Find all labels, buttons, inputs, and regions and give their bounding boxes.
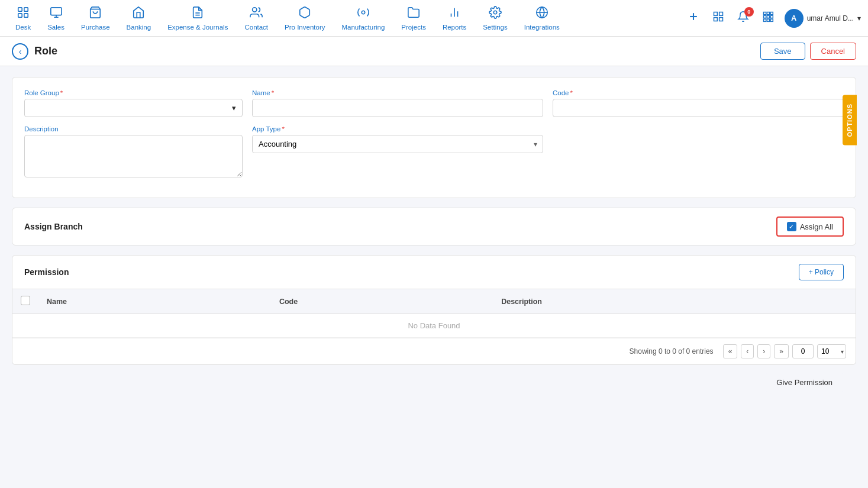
nav-integrations[interactable]: Integrations (516, 0, 568, 37)
sales-icon (50, 6, 63, 21)
assign-all-checkbox: ✓ (787, 222, 796, 231)
manufacturing-icon (357, 6, 370, 21)
policy-button[interactable]: + Policy (799, 264, 844, 280)
assign-all-label: Assign All (800, 222, 833, 231)
nav-settings[interactable]: Settings (475, 0, 516, 37)
per-page-select[interactable]: 10 25 50 100 (817, 344, 846, 358)
pagination-row: Showing 0 to 0 of 0 entries « ‹ › » 0 10… (12, 338, 856, 364)
select-all-checkbox[interactable] (21, 296, 30, 305)
nav-settings-label: Settings (483, 24, 508, 31)
table-header-row: Name Code Description (12, 289, 856, 314)
table-header-description: Description (493, 289, 856, 314)
svg-rect-30 (770, 19, 773, 21)
nav-purchase-label: Purchase (81, 24, 110, 31)
notification-button[interactable]: 0 (735, 8, 751, 28)
table-no-data-row: No Data Found (12, 314, 856, 338)
nav-projects[interactable]: Projects (393, 0, 434, 37)
expense-icon (191, 6, 204, 21)
svg-point-8 (253, 7, 257, 11)
nav-projects-label: Projects (401, 24, 426, 31)
permission-header: Permission + Policy (12, 256, 856, 289)
options-tab[interactable]: OPTIONS (843, 95, 857, 146)
prev-page-button[interactable]: ‹ (741, 344, 754, 358)
back-button[interactable]: ‹ (12, 43, 28, 60)
table-header-code: Code (271, 289, 493, 314)
nav-reports[interactable]: Reports (434, 0, 475, 37)
svg-rect-1 (24, 7, 28, 11)
inventory-icon (298, 6, 311, 21)
nav-manufacturing-label: Manufacturing (341, 24, 385, 31)
last-page-button[interactable]: » (774, 344, 789, 358)
app-type-label: App Type (252, 125, 543, 132)
nav-banking[interactable]: Banking (118, 0, 160, 37)
app-type-select-wrapper: Accounting Sales Purchase ▾ (252, 135, 543, 153)
next-page-button[interactable]: › (757, 344, 770, 358)
name-input[interactable] (252, 99, 543, 117)
nav-pro-inventory-label: Pro Inventory (285, 24, 325, 31)
svg-point-9 (362, 11, 365, 14)
svg-rect-25 (763, 15, 766, 18)
avatar: A (785, 9, 804, 28)
page-header: ‹ Role Save Cancel (0, 37, 868, 66)
nav-contact-label: Contact (244, 24, 268, 31)
nav-sales[interactable]: Sales (39, 0, 73, 37)
permission-section: Permission + Policy Name Code Descriptio… (12, 255, 856, 365)
svg-rect-2 (18, 13, 22, 17)
nav-integrations-label: Integrations (524, 24, 560, 31)
code-input[interactable] (553, 99, 844, 117)
user-name: umar Amul D... (807, 14, 854, 22)
give-permission-button[interactable]: Give Permission (764, 373, 844, 392)
nav-purchase[interactable]: Purchase (73, 0, 118, 37)
top-navigation: Desk Sales Purchase Banking Expense & Jo… (0, 0, 868, 37)
table-header-name: Name (38, 289, 271, 314)
banking-icon (132, 6, 145, 21)
nav-desk[interactable]: Desk (7, 0, 39, 37)
add-button[interactable] (685, 8, 702, 28)
contact-icon (250, 6, 263, 21)
svg-point-13 (493, 11, 497, 14)
nav-pro-inventory[interactable]: Pro Inventory (276, 0, 333, 37)
settings-icon (489, 6, 502, 21)
code-label: Code (553, 89, 844, 96)
role-form-card: OPTIONS Role Group ▾ Name Code Desc (12, 77, 856, 198)
role-group-dropdown[interactable]: ▾ (24, 99, 243, 117)
svg-rect-20 (719, 18, 722, 21)
description-input[interactable] (24, 135, 243, 177)
cancel-button[interactable]: Cancel (810, 43, 856, 60)
svg-rect-0 (18, 7, 22, 11)
purchase-icon (89, 6, 102, 21)
svg-rect-4 (50, 7, 61, 15)
save-button[interactable]: Save (760, 43, 805, 60)
nav-banking-label: Banking (127, 24, 151, 31)
page-number-input[interactable]: 0 (792, 344, 814, 358)
svg-rect-27 (770, 15, 773, 18)
svg-rect-28 (763, 19, 766, 21)
apps-button[interactable] (760, 8, 776, 28)
user-dropdown-icon: ▾ (857, 14, 861, 22)
assign-all-button[interactable]: ✓ Assign All (776, 216, 844, 237)
nav-expense[interactable]: Expense & Journals (159, 0, 236, 37)
page-title: Role (34, 45, 57, 57)
svg-rect-24 (770, 12, 773, 15)
svg-rect-3 (24, 13, 28, 17)
no-data-cell: No Data Found (12, 314, 856, 338)
integrations-icon (535, 6, 548, 21)
nav-expense-label: Expense & Journals (167, 24, 228, 31)
svg-rect-29 (767, 19, 769, 21)
svg-rect-23 (767, 12, 769, 15)
pagination-info: Showing 0 to 0 of 0 entries (630, 347, 714, 356)
give-permission-row: Give Permission (12, 365, 856, 400)
projects-icon (407, 6, 420, 21)
role-group-chevron-icon: ▾ (232, 104, 236, 112)
nav-contact[interactable]: Contact (236, 0, 276, 37)
svg-rect-21 (714, 18, 717, 21)
app-type-select[interactable]: Accounting Sales Purchase (252, 135, 543, 153)
grid-button[interactable] (710, 8, 727, 28)
nav-manufacturing[interactable]: Manufacturing (333, 0, 393, 37)
permission-title: Permission (24, 267, 69, 277)
nav-desk-label: Desk (15, 24, 31, 31)
first-page-button[interactable]: « (723, 344, 738, 358)
user-menu[interactable]: A umar Amul D... ▾ (785, 9, 861, 28)
description-label: Description (24, 125, 243, 132)
svg-rect-26 (767, 15, 769, 18)
